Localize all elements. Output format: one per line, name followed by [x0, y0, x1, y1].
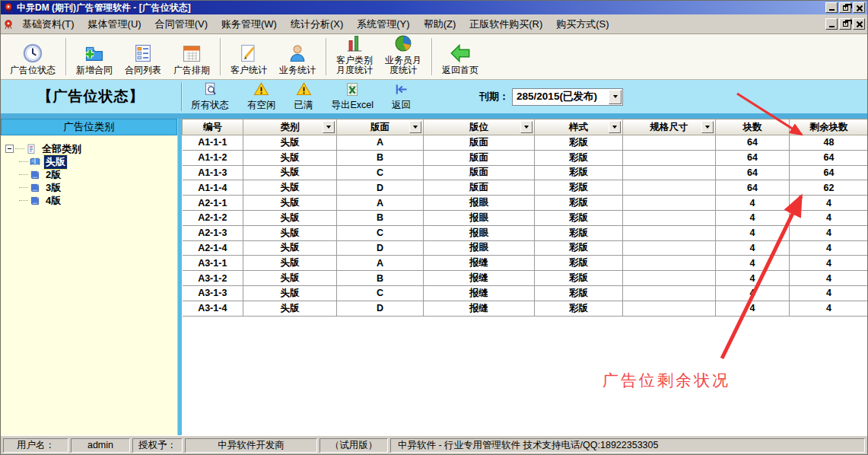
- table-cell[interactable]: 彩版: [535, 301, 623, 316]
- table-cell[interactable]: 4: [790, 256, 868, 271]
- table-cell[interactable]: A2-1-4: [183, 240, 243, 256]
- menu-item[interactable]: 购买方式(S): [549, 15, 615, 33]
- subtoolbar-button[interactable]: 所有状态: [182, 80, 238, 113]
- table-cell[interactable]: [623, 210, 716, 225]
- table-cell[interactable]: 64: [716, 180, 790, 196]
- table-cell[interactable]: 64: [790, 165, 868, 180]
- table-cell[interactable]: 彩版: [535, 225, 623, 240]
- minimize-button[interactable]: [825, 2, 838, 13]
- table-cell[interactable]: 彩版: [535, 150, 623, 165]
- table-cell[interactable]: 4: [790, 285, 868, 301]
- table-cell[interactable]: C: [337, 225, 424, 240]
- table-cell[interactable]: 彩版: [535, 285, 623, 301]
- tree-item[interactable]: 2版: [19, 168, 176, 181]
- subtoolbar-button[interactable]: 导出Excel: [323, 80, 383, 113]
- table-cell[interactable]: 4: [790, 301, 868, 316]
- table-cell[interactable]: B: [337, 210, 424, 225]
- toolbar-button[interactable]: 客户类别 月度统计: [330, 35, 379, 78]
- column-header[interactable]: 剩余块数: [790, 119, 868, 135]
- table-row[interactable]: A1-1-2头版B版面彩版6464: [183, 150, 868, 165]
- table-cell[interactable]: 头版: [243, 165, 337, 180]
- mdi-restore-button[interactable]: [839, 18, 851, 30]
- table-cell[interactable]: 64: [716, 135, 790, 151]
- table-cell[interactable]: 头版: [243, 180, 337, 196]
- table-cell[interactable]: A3-1-4: [183, 301, 243, 316]
- table-cell[interactable]: 版面: [424, 150, 535, 165]
- subtoolbar-button[interactable]: 已满: [285, 80, 323, 113]
- menu-item[interactable]: 媒体管理(U): [81, 15, 148, 33]
- table-cell[interactable]: 彩版: [535, 196, 623, 211]
- table-cell[interactable]: 4: [716, 225, 790, 240]
- column-header[interactable]: 类别: [243, 119, 337, 135]
- issue-dropdown[interactable]: 285/2015(已发布): [512, 88, 623, 106]
- menu-item[interactable]: 合同管理(V): [148, 15, 215, 33]
- table-cell[interactable]: 4: [716, 240, 790, 256]
- menu-item[interactable]: 基础资料(T): [15, 15, 81, 33]
- table-cell[interactable]: 报缝: [424, 285, 535, 301]
- table-cell[interactable]: A3-1-2: [183, 271, 243, 286]
- table-cell[interactable]: 版面: [424, 135, 535, 151]
- table-cell[interactable]: A3-1-3: [183, 285, 243, 301]
- table-cell[interactable]: 头版: [243, 301, 337, 316]
- tree-item[interactable]: 4版: [19, 194, 176, 207]
- table-cell[interactable]: C: [337, 285, 424, 301]
- filter-dropdown-button[interactable]: [520, 121, 533, 133]
- toolbar-button[interactable]: 返回首页: [436, 35, 485, 78]
- column-header[interactable]: 编号: [183, 119, 243, 135]
- tree-item[interactable]: 头版: [19, 155, 176, 168]
- table-cell[interactable]: A: [337, 135, 424, 151]
- table-cell[interactable]: 版面: [424, 165, 535, 180]
- menu-item[interactable]: 统计分析(X): [284, 15, 350, 33]
- table-cell[interactable]: 头版: [243, 256, 337, 271]
- table-cell[interactable]: 4: [716, 271, 790, 286]
- table-cell[interactable]: 64: [716, 165, 790, 180]
- table-row[interactable]: A3-1-2头版B报缝彩版44: [183, 271, 868, 286]
- table-cell[interactable]: A: [337, 196, 424, 211]
- collapse-toggle-icon[interactable]: [5, 145, 14, 153]
- table-row[interactable]: A2-1-2头版B报眼彩版44: [183, 210, 868, 225]
- table-cell[interactable]: [623, 271, 716, 286]
- table-cell[interactable]: A3-1-1: [183, 256, 243, 271]
- table-cell[interactable]: [623, 240, 716, 256]
- table-cell[interactable]: [623, 285, 716, 301]
- column-header[interactable]: 版位: [424, 119, 535, 135]
- table-row[interactable]: A1-1-1头版A版面彩版6448: [183, 135, 868, 151]
- table-cell[interactable]: B: [337, 271, 424, 286]
- table-cell[interactable]: B: [337, 150, 424, 165]
- table-cell[interactable]: 头版: [243, 210, 337, 225]
- table-cell[interactable]: 报眼: [424, 210, 535, 225]
- table-cell[interactable]: 4: [790, 196, 868, 211]
- table-cell[interactable]: A: [337, 256, 424, 271]
- table-cell[interactable]: A1-1-4: [183, 180, 243, 196]
- toolbar-button[interactable]: 广告排期: [167, 35, 216, 78]
- toolbar-button[interactable]: 客户统计: [224, 35, 273, 78]
- table-cell[interactable]: [623, 196, 716, 211]
- table-cell[interactable]: 彩版: [535, 210, 623, 225]
- table-cell[interactable]: 头版: [243, 135, 337, 151]
- table-cell[interactable]: [623, 301, 716, 316]
- table-cell[interactable]: 彩版: [535, 180, 623, 196]
- table-cell[interactable]: 4: [716, 285, 790, 301]
- table-cell[interactable]: 头版: [243, 285, 337, 301]
- toolbar-button[interactable]: 业务员月 度统计: [379, 35, 428, 78]
- table-cell[interactable]: 4: [790, 240, 868, 256]
- table-cell[interactable]: [623, 180, 716, 196]
- table-cell[interactable]: 头版: [243, 240, 337, 256]
- table-row[interactable]: A3-1-1头版A报缝彩版44: [183, 256, 868, 271]
- menu-item[interactable]: 正版软件购买(R): [463, 15, 549, 33]
- toolbar-button[interactable]: 合同列表: [119, 35, 167, 78]
- filter-dropdown-button[interactable]: [409, 121, 421, 133]
- table-cell[interactable]: A2-1-3: [183, 225, 243, 240]
- restore-button[interactable]: [839, 2, 851, 13]
- mdi-close-button[interactable]: [853, 18, 865, 30]
- table-cell[interactable]: [623, 256, 716, 271]
- table-cell[interactable]: A1-1-2: [183, 150, 243, 165]
- filter-dropdown-button[interactable]: [701, 121, 714, 133]
- table-row[interactable]: A1-1-3头版C版面彩版6464: [183, 165, 868, 180]
- table-cell[interactable]: 版面: [424, 180, 535, 196]
- table-cell[interactable]: 报缝: [424, 256, 535, 271]
- table-cell[interactable]: 彩版: [535, 240, 623, 256]
- toolbar-button[interactable]: 新增合同: [70, 35, 119, 78]
- toolbar-button[interactable]: 业务统计: [273, 35, 322, 78]
- tree-item[interactable]: 3版: [19, 181, 176, 194]
